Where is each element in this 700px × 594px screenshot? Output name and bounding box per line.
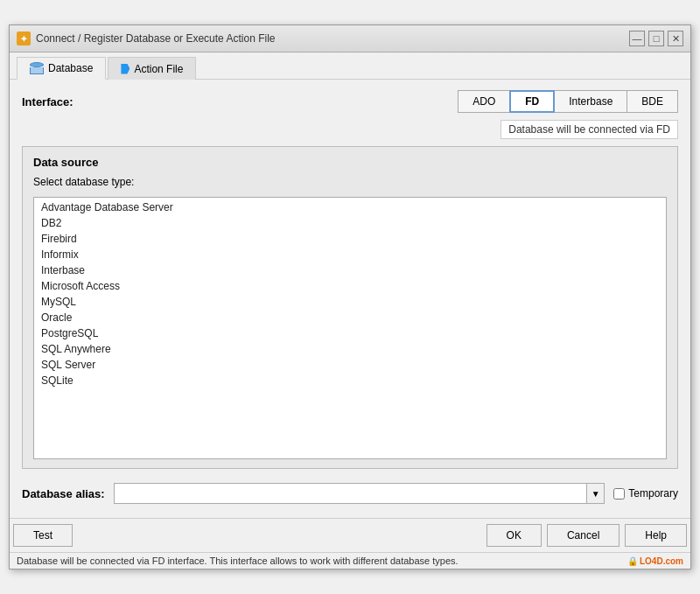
list-item[interactable]: Interbase: [34, 262, 666, 278]
title-controls: — □ ✕: [629, 31, 683, 46]
content-area: Interface: ADO FD Interbase BDE Database…: [10, 80, 690, 518]
data-source-section: Data source Select database type: Advant…: [22, 146, 678, 469]
tab-bar: Database Action File: [10, 52, 690, 80]
alias-row: Database alias: ▼ Temporary: [22, 476, 678, 507]
list-item[interactable]: Microsoft Access: [34, 278, 666, 294]
main-window: ✦ Connect / Register Database or Execute…: [9, 24, 691, 570]
interface-label: Interface:: [22, 95, 74, 108]
temporary-label[interactable]: Temporary: [628, 487, 678, 500]
list-item[interactable]: Oracle: [34, 310, 666, 325]
alias-input[interactable]: [114, 483, 588, 504]
database-icon: [30, 62, 44, 74]
alias-dropdown-button[interactable]: ▼: [587, 483, 605, 504]
action-file-icon: [121, 64, 130, 74]
list-item[interactable]: SQL Server: [34, 357, 666, 373]
app-icon: ✦: [17, 31, 31, 45]
title-bar: ✦ Connect / Register Database or Execute…: [10, 25, 690, 52]
interface-fd-button[interactable]: FD: [509, 90, 555, 113]
alias-combo: ▼: [114, 483, 606, 504]
temporary-checkbox-group: Temporary: [613, 487, 678, 500]
select-db-type-label: Select database type:: [33, 176, 667, 188]
list-item[interactable]: SQLite: [34, 373, 666, 388]
status-hint-row: Database will be connected via FD: [22, 120, 678, 139]
temporary-checkbox[interactable]: [613, 488, 625, 500]
window-title: Connect / Register Database or Execute A…: [36, 32, 275, 45]
data-source-title: Data source: [33, 156, 667, 169]
interface-row: Interface: ADO FD Interbase BDE: [22, 90, 678, 113]
logo-badge: 🔒 LO4D.com: [627, 556, 683, 566]
alias-label: Database alias:: [22, 487, 105, 500]
list-item[interactable]: DB2: [34, 215, 666, 231]
status-bar-text: Database will be connected via FD interf…: [17, 556, 458, 566]
list-item[interactable]: Firebird: [34, 231, 666, 247]
list-item[interactable]: Informix: [34, 247, 666, 262]
button-bar: Test OK Cancel Help: [10, 518, 690, 552]
minimize-button[interactable]: —: [629, 31, 645, 46]
interface-ado-button[interactable]: ADO: [458, 90, 510, 113]
list-item[interactable]: PostgreSQL: [34, 325, 666, 341]
tab-action-file[interactable]: Action File: [108, 57, 196, 80]
maximize-button[interactable]: □: [648, 31, 664, 46]
interface-buttons: ADO FD Interbase BDE: [458, 90, 678, 113]
interface-bde-button[interactable]: BDE: [626, 90, 678, 113]
left-buttons: Test: [13, 524, 73, 547]
list-item[interactable]: Advantage Database Server: [34, 199, 666, 215]
logo-text: LO4D.com: [640, 556, 683, 566]
help-button[interactable]: Help: [625, 524, 687, 547]
cancel-button[interactable]: Cancel: [547, 524, 620, 547]
list-item[interactable]: MySQL: [34, 294, 666, 310]
test-button[interactable]: Test: [13, 524, 73, 547]
status-bar: Database will be connected via FD interf…: [10, 552, 690, 569]
list-item[interactable]: SQL Anywhere: [34, 341, 666, 357]
tab-database-label: Database: [48, 62, 93, 74]
db-type-list[interactable]: Advantage Database Server DB2 Firebird I…: [33, 197, 667, 459]
tab-action-file-label: Action File: [134, 63, 183, 75]
interface-interbase-button[interactable]: Interbase: [554, 90, 627, 113]
right-buttons: OK Cancel Help: [486, 524, 687, 547]
title-bar-left: ✦ Connect / Register Database or Execute…: [17, 31, 275, 45]
close-button[interactable]: ✕: [668, 31, 683, 46]
connection-status-hint: Database will be connected via FD: [500, 120, 678, 139]
tab-database[interactable]: Database: [17, 57, 106, 80]
ok-button[interactable]: OK: [486, 524, 542, 547]
